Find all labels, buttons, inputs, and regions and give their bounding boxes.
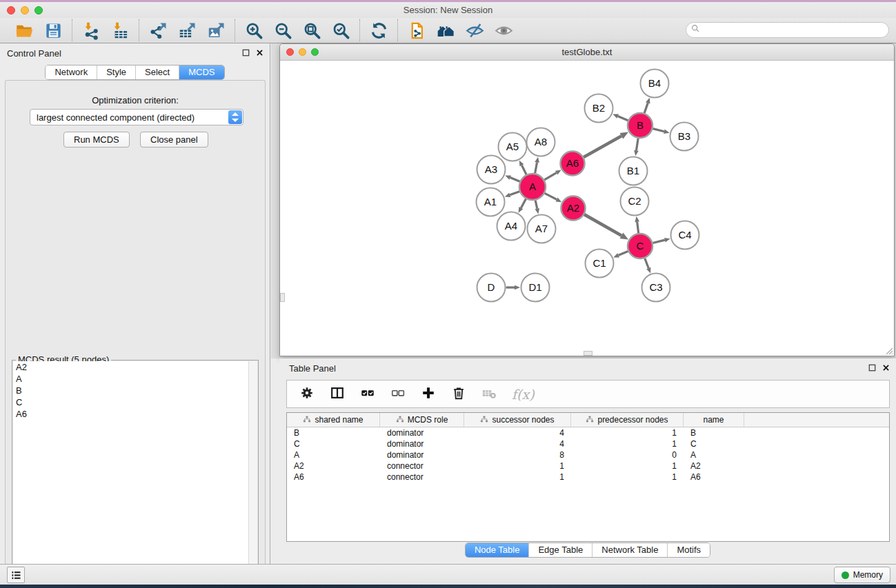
function-builder-button[interactable]: f(x) [512, 387, 535, 402]
mcds-result-item[interactable]: C [13, 396, 257, 408]
mcds-result-item[interactable]: A [13, 373, 257, 385]
mcds-result-item[interactable]: A2 [13, 361, 257, 373]
minimize-window-button[interactable] [21, 6, 29, 14]
graph-node-A3[interactable]: A3 [477, 156, 506, 184]
tab-select[interactable]: Select [135, 65, 179, 79]
tab-network-table[interactable]: Network Table [592, 543, 667, 557]
edge-A-A1[interactable] [510, 192, 519, 195]
open-folder-icon[interactable] [14, 20, 34, 41]
eye-slash-icon[interactable] [464, 20, 485, 41]
zoom-in-icon[interactable] [243, 20, 264, 41]
import-network-icon[interactable] [81, 20, 101, 41]
close-panel-button[interactable]: Close panel [140, 132, 208, 148]
edge-A-A7[interactable] [535, 201, 537, 209]
network-window-titlebar[interactable]: testGlobe.txt [280, 44, 894, 61]
graph-node-A4[interactable]: A4 [497, 212, 526, 241]
plus-icon[interactable] [421, 385, 436, 403]
minimize-network-window-button[interactable] [299, 48, 306, 56]
refresh-icon[interactable] [368, 20, 389, 41]
edge-B-B3[interactable] [653, 129, 664, 132]
edge-B-B4[interactable] [644, 103, 648, 113]
edge-C-C3[interactable] [645, 258, 648, 268]
network-canvas[interactable]: AA1A2A3A4A5A6A7A8BB1B2B3B4CC1C2C3C4DD1 [280, 61, 894, 356]
column-header-predecessor-nodes[interactable]: predecessor nodes [571, 413, 684, 427]
zoom-selected-icon[interactable] [330, 20, 351, 41]
column-header-shared-name[interactable]: shared name [287, 413, 380, 427]
zoom-fit-icon[interactable] [301, 20, 322, 41]
zoom-out-icon[interactable] [272, 20, 293, 41]
table-row[interactable]: Bdominator41B [287, 427, 889, 438]
table-row[interactable]: Cdominator41C [287, 438, 889, 449]
close-window-button[interactable] [7, 6, 15, 14]
tab-motifs[interactable]: Motifs [667, 543, 710, 557]
edge-A6-B[interactable] [584, 136, 621, 157]
zoom-network-window-button[interactable] [311, 48, 319, 56]
edge-C-C2[interactable] [637, 222, 639, 233]
scrollbar-track[interactable] [248, 361, 257, 588]
edge-C-C1[interactable] [619, 251, 628, 255]
export-table-icon[interactable] [177, 20, 197, 41]
horizontal-scroll-nub[interactable] [584, 351, 593, 356]
edge-A-A6[interactable] [544, 173, 556, 180]
graph-node-D[interactable]: D [477, 274, 506, 302]
column-header-mcds-role[interactable]: MCDS role [380, 413, 464, 427]
delete-table-icon[interactable] [481, 385, 497, 403]
graph-node-B2[interactable]: B2 [585, 94, 613, 123]
show-panels-button[interactable] [7, 567, 25, 583]
close-panel-icon[interactable] [255, 48, 264, 60]
float-panel-icon[interactable] [868, 363, 877, 375]
graph-node-D1[interactable]: D1 [521, 274, 550, 302]
search-input[interactable] [686, 22, 889, 38]
mcds-result-list[interactable]: A2ABCA6 [13, 361, 257, 588]
export-network-icon[interactable] [148, 20, 168, 41]
edge-A-A4[interactable] [521, 199, 526, 208]
graph-node-B1[interactable]: B1 [619, 157, 648, 185]
edge-B-B1[interactable] [636, 139, 638, 151]
vertical-scroll-nub[interactable] [280, 293, 285, 302]
edge-A-A8[interactable] [535, 163, 537, 174]
close-panel-icon[interactable] [882, 363, 890, 375]
edge-A-A3[interactable] [510, 178, 520, 182]
graph-node-A6[interactable]: A6 [561, 152, 585, 176]
trash-icon[interactable] [451, 385, 466, 403]
edge-A-A2[interactable] [545, 193, 557, 199]
run-mcds-button[interactable]: Run MCDS [63, 132, 130, 148]
edge-A-A5[interactable] [521, 165, 526, 174]
import-table-icon[interactable] [110, 20, 130, 41]
unselect-all-icon[interactable] [390, 385, 406, 403]
graph-node-B4[interactable]: B4 [641, 70, 669, 98]
gear-icon[interactable] [299, 385, 315, 403]
edge-A2-C[interactable] [584, 214, 621, 236]
eye-icon[interactable] [493, 20, 514, 41]
graph-node-A1[interactable]: A1 [477, 188, 505, 216]
graph-node-B3[interactable]: B3 [670, 123, 699, 151]
graph-node-A8[interactable]: A8 [527, 128, 555, 156]
table-row[interactable]: Adominator80A [287, 449, 889, 460]
save-icon[interactable] [43, 20, 63, 41]
graph-node-A[interactable]: A [519, 174, 546, 200]
mcds-result-item[interactable]: B [13, 385, 257, 396]
select-all-icon[interactable] [360, 385, 375, 403]
columns-icon[interactable] [330, 385, 345, 403]
graph-node-C2[interactable]: C2 [621, 187, 649, 216]
network-graph[interactable]: AA1A2A3A4A5A6A7A8BB1B2B3B4CC1C2C3C4DD1 [280, 61, 894, 356]
open-session-icon[interactable] [406, 20, 427, 41]
table-row[interactable]: A6connector11A6 [287, 472, 889, 483]
table-row[interactable]: A2connector11A2 [287, 460, 889, 472]
tab-network[interactable]: Network [46, 65, 97, 79]
graph-node-C1[interactable]: C1 [586, 250, 614, 278]
graph-node-A7[interactable]: A7 [528, 215, 556, 243]
graph-node-B[interactable]: B [628, 113, 653, 138]
graph-node-C[interactable]: C [628, 234, 653, 258]
tab-style[interactable]: Style [97, 65, 135, 79]
float-panel-icon[interactable] [241, 48, 250, 60]
column-header-successor-nodes[interactable]: successor nodes [464, 413, 571, 427]
graph-node-A2[interactable]: A2 [561, 196, 586, 221]
memory-button[interactable]: Memory [834, 567, 890, 583]
optimization-criterion-select[interactable]: largest connected component (directed) [30, 109, 243, 125]
mcds-result-item[interactable]: A6 [13, 408, 257, 420]
column-header-name[interactable]: name [684, 413, 744, 427]
graph-node-C4[interactable]: C4 [671, 221, 699, 250]
tab-node-table[interactable]: Node Table [466, 543, 529, 557]
close-network-window-button[interactable] [286, 48, 294, 56]
